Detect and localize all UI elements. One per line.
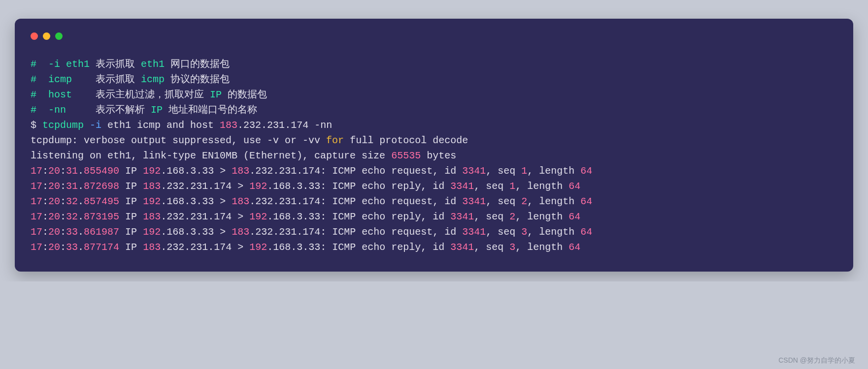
minimize-icon[interactable]	[43, 32, 50, 40]
maximize-icon[interactable]	[55, 32, 63, 40]
terminal-output: # -i eth1 表示抓取 eth1 网口的数据包 # icmp 表示抓取 i…	[31, 57, 837, 255]
close-icon[interactable]	[31, 32, 38, 40]
window-controls	[31, 32, 837, 40]
terminal-window: # -i eth1 表示抓取 eth1 网口的数据包 # icmp 表示抓取 i…	[15, 19, 853, 272]
